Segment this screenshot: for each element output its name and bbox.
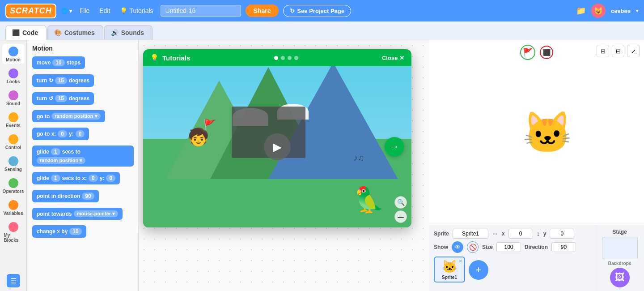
tutorial-dot-4 — [294, 56, 298, 60]
y-input[interactable] — [550, 229, 574, 239]
show-size-row: Show 👁 🚫 Size Direction — [434, 241, 590, 253]
tab-costumes[interactable]: 🎨 Costumes — [47, 25, 103, 40]
project-name-input[interactable] — [161, 5, 241, 17]
stage-panel: Stage Backdrops 🖼 — [595, 225, 644, 291]
myblocks-dot — [8, 222, 18, 232]
sidebar-item-operators[interactable]: Operators — [2, 175, 25, 196]
tutorial-close-button[interactable]: Close ✕ — [382, 55, 404, 61]
stage-thumbnail[interactable] — [602, 237, 638, 259]
sidebar-item-sensing[interactable]: Sensing — [2, 154, 25, 174]
motion-label: Motion — [6, 57, 21, 62]
block-goto-xy[interactable]: go to x: 0 y: 0 — [32, 128, 134, 143]
show-hidden-button[interactable]: 🚫 — [467, 241, 479, 253]
extensions-button[interactable]: ☰ — [7, 274, 20, 287]
video-play-button[interactable]: ▶ — [264, 133, 291, 160]
block-move[interactable]: move 10 steps — [32, 56, 134, 72]
sprite-label: Sprite — [434, 231, 449, 237]
x-input[interactable] — [508, 229, 533, 239]
add-sprite-button[interactable]: + — [469, 260, 488, 280]
language-selector[interactable]: 🌐 ▾ — [61, 8, 72, 14]
sprite-thumb-sprite1[interactable]: ✕ 🐱 Sprite1 — [434, 257, 465, 282]
block-direction[interactable]: point in direction 90 — [32, 190, 134, 205]
stage-view-buttons: ⊞ ⊟ ⤢ — [597, 45, 640, 57]
size-label: Size — [482, 244, 493, 250]
stop-button[interactable]: ⬛ — [540, 46, 553, 59]
code-tab-icon: ⬛ — [12, 29, 20, 36]
sidebar-item-motion[interactable]: Motion — [2, 44, 25, 64]
username-label[interactable]: ceebee — [611, 8, 631, 14]
y-label: y — [543, 231, 547, 237]
user-chevron[interactable]: ▾ — [636, 8, 639, 14]
sprite-name-input[interactable] — [453, 229, 488, 239]
sidebar-item-events[interactable]: Events — [2, 110, 25, 130]
block-glide-xy[interactable]: glide 1 secs to x: 0 y: 0 — [32, 172, 134, 187]
file-menu[interactable]: File — [77, 7, 93, 14]
tutorial-next-button[interactable]: → — [385, 137, 404, 157]
sprite-name-row: Sprite ↔ x ↕ y — [434, 229, 590, 239]
flag-sprite: 🚩 — [203, 119, 216, 131]
events-dot — [8, 112, 18, 122]
main-area: Motion Looks Sound Events Control Sensin… — [0, 40, 644, 291]
myblocks-label: My Blocks — [4, 233, 23, 243]
folder-icon[interactable]: 📁 — [576, 6, 586, 16]
see-project-button[interactable]: ↻ See Project Page — [283, 5, 351, 17]
operators-label: Operators — [3, 189, 24, 194]
events-label: Events — [6, 123, 21, 128]
tutorial-modal: 💡 Tutorials Close ✕ — [143, 49, 411, 227]
stage-sprite-cat: 🐱 — [522, 109, 572, 156]
edit-menu[interactable]: Edit — [97, 7, 113, 14]
globe-chevron: ▾ — [69, 8, 72, 14]
looks-dot — [8, 68, 18, 78]
block-turn-cw[interactable]: turn ↻ 15 degrees — [32, 74, 134, 90]
tutorial-title-area: 💡 Tutorials — [150, 54, 190, 62]
sidebar-item-control[interactable]: Control — [2, 132, 25, 152]
sidebar-item-sound[interactable]: Sound — [2, 88, 25, 108]
nav-right: 📁 😺 ceebee ▾ — [576, 4, 639, 18]
music-notes: ♪♫ — [353, 153, 364, 163]
add-backdrop-button[interactable]: 🖼 — [610, 268, 630, 287]
control-dot — [8, 134, 18, 144]
sprite-section: Sprite ↔ x ↕ y Show 👁 🚫 Size Directio — [429, 225, 644, 291]
minimize-button[interactable]: — — [394, 210, 407, 223]
show-visible-button[interactable]: 👁 — [452, 241, 463, 253]
block-turn-ccw[interactable]: turn ↺ 15 degrees — [32, 92, 134, 107]
costumes-tab-icon: 🎨 — [54, 29, 62, 36]
share-button[interactable]: Share — [246, 4, 279, 17]
lightbulb-icon: 💡 — [120, 7, 127, 14]
scripts-area[interactable]: 🐱 💡 Tutorials Close ✕ — [139, 40, 429, 291]
tutorials-link[interactable]: 💡 Tutorials — [117, 7, 156, 14]
backdrops-label: Backdrops — [608, 261, 631, 266]
avatar[interactable]: 😺 — [591, 4, 606, 18]
blocks-panel: Motion move 10 steps turn ↻ 15 degrees t… — [27, 40, 139, 291]
control-label: Control — [5, 145, 21, 150]
block-glide-pos[interactable]: glide 1 secs to random position ▾ — [32, 146, 134, 169]
toucan-sprite: 🦜 — [354, 185, 385, 214]
tab-code[interactable]: ⬛ Code — [5, 25, 47, 40]
zoom-out-button[interactable]: 🔍 — [394, 196, 407, 209]
direction-label: Direction — [525, 244, 548, 250]
block-goto[interactable]: go to random position ▾ — [32, 110, 134, 125]
block-towards[interactable]: point towards mouse-pointer ▾ — [32, 208, 134, 223]
sprite-properties-panel: Sprite ↔ x ↕ y Show 👁 🚫 Size Directio — [429, 225, 595, 291]
fullscreen-button[interactable]: ⤢ — [627, 45, 640, 57]
sprite-delete-icon[interactable]: ✕ — [458, 258, 462, 264]
motion-dot — [8, 47, 18, 56]
sidebar-item-looks[interactable]: Looks — [2, 66, 25, 86]
sidebar-item-myblocks[interactable]: My Blocks — [2, 219, 25, 244]
tutorial-dot-1 — [274, 56, 278, 60]
tab-sounds[interactable]: 🔊 Sounds — [104, 25, 153, 40]
size-input[interactable] — [496, 242, 521, 252]
scratch-logo[interactable]: SCRATCH — [5, 4, 56, 18]
direction-input[interactable] — [551, 242, 576, 252]
scroll-buttons: 🔍 — — [394, 196, 407, 223]
tutorial-dot-3 — [288, 56, 292, 60]
small-view-button[interactable]: ⊞ — [597, 45, 609, 57]
refresh-icon: ↻ — [290, 8, 295, 14]
green-flag-button[interactable]: 🚩 — [520, 45, 535, 60]
sprite-thumbnails-row: ✕ 🐱 Sprite1 + — [434, 257, 590, 282]
lightbulb-icon-tutorial: 💡 — [150, 54, 159, 62]
normal-view-button[interactable]: ⊟ — [612, 45, 624, 57]
block-change-x[interactable]: change x by 10 — [32, 225, 134, 240]
sidebar-item-variables[interactable]: Variables — [2, 197, 25, 218]
add-backdrop-icon: 🖼 — [615, 272, 625, 283]
